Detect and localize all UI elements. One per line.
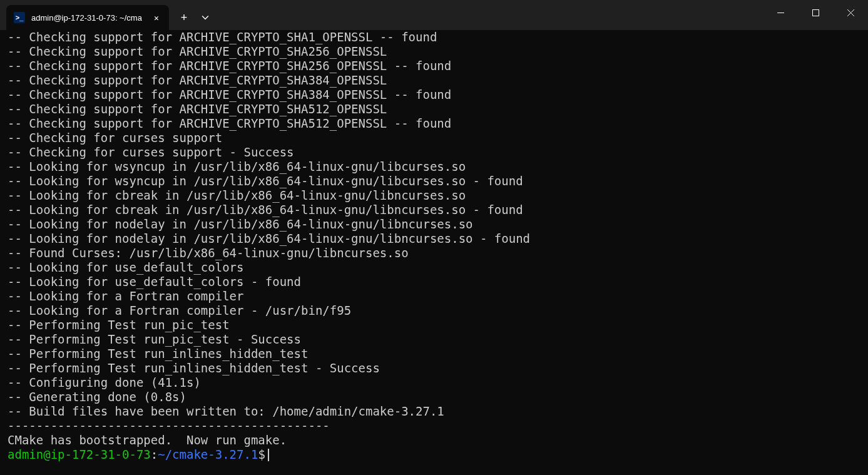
maximize-button[interactable] (798, 0, 833, 25)
terminal-output: -- Checking support for ARCHIVE_CRYPTO_S… (8, 30, 860, 447)
titlebar: >_ admin@ip-172-31-0-73: ~/cma ✕ + (0, 0, 868, 30)
terminal-viewport[interactable]: -- Checking support for ARCHIVE_CRYPTO_S… (0, 30, 868, 467)
prompt-separator: : (151, 447, 158, 461)
prompt-symbol: $ (258, 447, 265, 461)
cursor (268, 449, 269, 461)
powershell-icon: >_ (14, 12, 25, 23)
window-controls (763, 0, 868, 25)
minimize-button[interactable] (763, 0, 798, 25)
svg-rect-1 (812, 9, 819, 16)
new-tab-button[interactable]: + (173, 5, 195, 30)
close-window-button[interactable] (833, 0, 868, 25)
prompt-user-host: admin@ip-172-31-0-73 (8, 447, 151, 461)
prompt-path: ~/cmake-3.27.1 (158, 447, 258, 461)
tab-close-button[interactable]: ✕ (150, 11, 163, 24)
tab-dropdown-button[interactable] (195, 5, 215, 30)
tab-title: admin@ip-172-31-0-73: ~/cma (31, 13, 144, 23)
terminal-tab[interactable]: >_ admin@ip-172-31-0-73: ~/cma ✕ (6, 5, 169, 30)
